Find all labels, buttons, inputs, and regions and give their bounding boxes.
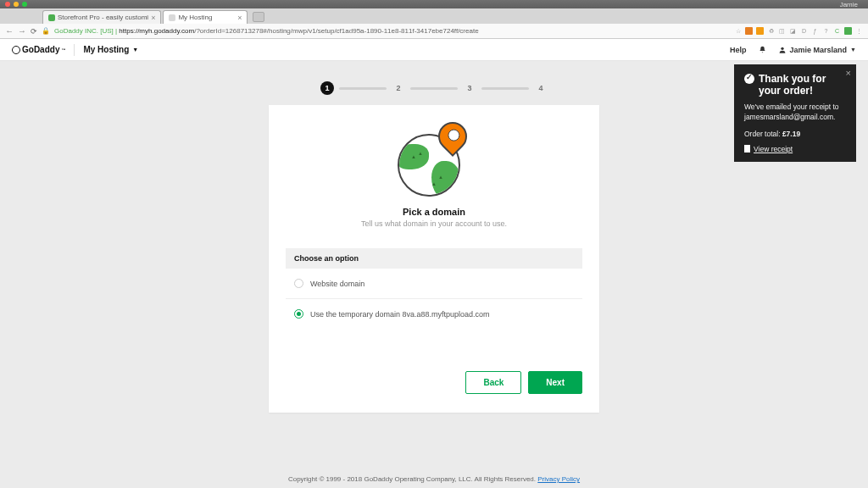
- user-menu[interactable]: Jamie Marsland ▼: [778, 46, 856, 54]
- toast-title-text: Thank you for your order!: [759, 73, 846, 97]
- step-connector: [339, 87, 387, 90]
- option-website-domain[interactable]: Website domain: [286, 269, 582, 299]
- chrome-profile-label[interactable]: Jamie: [840, 1, 858, 8]
- close-icon[interactable]: ×: [237, 14, 242, 22]
- tab-title: My Hosting: [178, 14, 212, 21]
- forward-icon[interactable]: →: [18, 26, 26, 36]
- step-connector: [481, 87, 529, 90]
- step-3: 3: [463, 81, 476, 95]
- step-1[interactable]: 1: [320, 81, 334, 95]
- back-icon[interactable]: ←: [5, 26, 14, 36]
- card-title: Pick a domain: [286, 207, 582, 217]
- domain-card: ▲ ▲ ▲ ▲ Pick a domain Tell us what domai…: [269, 105, 599, 413]
- reload-icon[interactable]: ⟳: [31, 27, 37, 36]
- extension-icon[interactable]: [745, 27, 753, 35]
- favicon-icon: [169, 14, 175, 21]
- radio-icon: [294, 279, 303, 288]
- check-circle-icon: [744, 74, 754, 84]
- brand-text: GoDaddy: [22, 45, 59, 54]
- option-label: Website domain: [310, 280, 364, 288]
- close-icon[interactable]: ×: [151, 14, 155, 22]
- user-name: Jamie Marsland: [790, 46, 848, 54]
- extension-icon[interactable]: [844, 27, 852, 35]
- privacy-policy-link[interactable]: Privacy Policy: [537, 475, 580, 483]
- card-actions: Back Next: [286, 371, 582, 394]
- radio-icon: [294, 309, 303, 319]
- browser-tab-storefront[interactable]: Storefront Pro - easily customi ×: [42, 10, 161, 24]
- extension-icon[interactable]: ◫: [778, 27, 786, 35]
- traffic-lights: [5, 2, 27, 7]
- extension-icons: ☆ ♻ ◫ ◪ D ƒ ? C ⋮: [734, 27, 863, 35]
- step-4: 4: [534, 81, 548, 95]
- option-header: Choose an option: [286, 248, 582, 269]
- close-icon[interactable]: ×: [846, 68, 851, 78]
- toast-order-total: Order total: £7.19: [744, 130, 846, 138]
- favicon-icon: [48, 14, 55, 21]
- divider: [74, 44, 75, 56]
- browser-tab-myhosting[interactable]: My Hosting ×: [163, 10, 248, 24]
- window-close[interactable]: [5, 2, 10, 7]
- next-button[interactable]: Next: [528, 371, 582, 394]
- url-secure-badge: GoDaddy INC. [US]: [54, 27, 114, 35]
- browser-tabs: Storefront Pro - easily customi × My Hos…: [0, 8, 868, 24]
- brand-logo[interactable]: GoDaddy™: [12, 45, 65, 54]
- option-temporary-domain[interactable]: Use the temporary domain 8va.a88.myftpup…: [286, 299, 582, 329]
- star-icon[interactable]: ☆: [734, 27, 742, 35]
- extension-icon[interactable]: ?: [822, 27, 830, 35]
- lock-icon: 🔒: [42, 27, 50, 35]
- nav-label: My Hosting: [83, 45, 129, 54]
- extension-icon[interactable]: D: [800, 27, 808, 35]
- chevron-down-icon: ▼: [850, 47, 856, 53]
- url-host: https://myh.godaddy.com: [119, 27, 194, 35]
- view-receipt-link[interactable]: View receipt: [744, 145, 846, 153]
- extension-icon[interactable]: ♻: [767, 27, 775, 35]
- address-bar[interactable]: GoDaddy INC. [US] | https://myh.godaddy.…: [54, 27, 730, 35]
- user-icon: [778, 46, 787, 54]
- page-footer: Copyright © 1999 - 2018 GoDaddy Operatin…: [0, 475, 868, 483]
- url-path: /?orderId=1268713278#/hosting/mwp/v1/set…: [194, 27, 478, 35]
- window-minimize[interactable]: [14, 2, 19, 7]
- new-tab-button[interactable]: [253, 12, 264, 22]
- svg-point-0: [781, 47, 783, 49]
- window-titlebar: Jamie: [0, 0, 868, 8]
- chevron-down-icon: ▼: [132, 47, 138, 53]
- tab-title: Storefront Pro - easily customi: [58, 14, 148, 21]
- step-2: 2: [392, 81, 405, 95]
- nav-my-hosting[interactable]: My Hosting ▼: [83, 45, 138, 54]
- extension-icon[interactable]: C: [833, 27, 841, 35]
- site-header: GoDaddy™ My Hosting ▼ Help Jamie Marslan…: [0, 39, 868, 61]
- menu-icon[interactable]: ⋮: [855, 27, 863, 35]
- document-icon: [744, 145, 750, 152]
- help-link[interactable]: Help: [730, 46, 747, 54]
- step-connector: [410, 87, 458, 90]
- bell-icon[interactable]: [759, 46, 766, 53]
- extension-icon[interactable]: ◪: [789, 27, 797, 35]
- extension-icon[interactable]: [756, 27, 764, 35]
- option-label: Use the temporary domain 8va.a88.myftpup…: [310, 310, 490, 319]
- toast-body: We've emailed your receipt to jamesmarsl…: [744, 103, 846, 123]
- order-toast: × Thank you for your order! We've emaile…: [734, 64, 856, 162]
- window-fullscreen[interactable]: [22, 2, 27, 7]
- browser-toolbar: ← → ⟳ 🔒 GoDaddy INC. [US] | https://myh.…: [0, 24, 868, 39]
- godaddy-icon: [12, 46, 20, 54]
- pin-icon: [438, 122, 467, 151]
- card-subtitle: Tell us what domain in your account to u…: [286, 219, 582, 228]
- extension-icon[interactable]: ƒ: [811, 27, 819, 35]
- back-button[interactable]: Back: [465, 371, 521, 394]
- page-content: × Thank you for your order! We've emaile…: [0, 61, 868, 488]
- illustration: ▲ ▲ ▲ ▲: [286, 124, 582, 200]
